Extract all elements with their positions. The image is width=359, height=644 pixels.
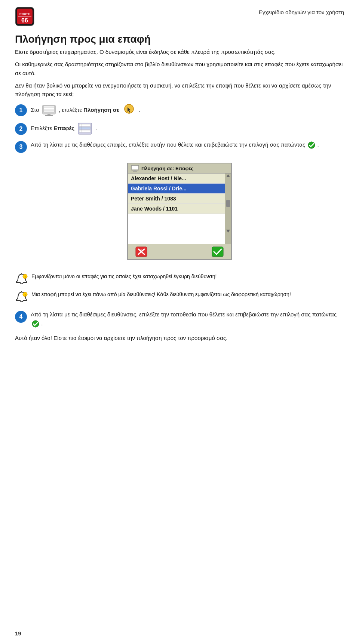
svg-rect-21	[132, 166, 138, 169]
route66-logo: ROUTE 66	[15, 7, 34, 26]
intro-para-1: Είστε δραστήριος επιχειρηματίας. Ο δυναμ…	[15, 47, 344, 56]
step2-text-before: Επιλέξτε	[31, 125, 53, 131]
svg-rect-23	[133, 171, 137, 172]
nav-list-area: Alexander Host / Nie... Gabriela Rossi /…	[128, 174, 225, 244]
step-3: 3 Από τη λίστα με τις διαθέσιμες επαφές,…	[15, 140, 344, 153]
nav-scrollbar	[225, 174, 231, 244]
step2-text-after: .	[95, 125, 97, 131]
step3-text: Από τη λίστα με τις διαθέσιμες επαφές, ε…	[31, 141, 305, 148]
svg-rect-3	[18, 16, 31, 16]
alert-1: ! Εμφανίζονται μόνο οι επαφές για τις οπ…	[15, 273, 344, 286]
page-header: ROUTE 66 Εγχειρίδιο οδηγιών για τον χρήσ…	[15, 7, 344, 26]
svg-text:66: 66	[21, 17, 28, 24]
step-2-content: Επιλέξτε Επαφές .	[31, 122, 344, 135]
step-1-circle: 1	[15, 104, 27, 116]
alert-2-text: Μια επαφή μπορεί να έχει πάνω από μία δι…	[31, 291, 291, 299]
step4-text-end: .	[41, 320, 43, 326]
nav-contact-4[interactable]: Jane Woods / 1101	[128, 204, 225, 214]
step-3-content: Από τη λίστα με τις διαθέσιμες επαφές, ε…	[31, 140, 344, 149]
alert-1-text: Εμφανίζονται μόνο οι επαφές για τις οποί…	[31, 273, 217, 281]
closing-para: Αυτό ήταν όλο! Είστε πια έτοιμοι να αρχί…	[15, 334, 344, 342]
scroll-thumb	[226, 200, 230, 207]
contacts-icon	[77, 122, 92, 135]
svg-rect-17	[79, 130, 90, 132]
scroll-up-arrow[interactable]	[226, 174, 230, 177]
cancel-button[interactable]	[135, 246, 147, 257]
svg-text:!: !	[25, 275, 26, 279]
step-3-circle: 3	[15, 141, 27, 153]
step-2: 2 Επιλέξτε Επαφές .	[15, 122, 344, 135]
nav-panel-body: Alexander Host / Nie... Gabriela Rossi /…	[128, 174, 231, 244]
nav-panel: Πλοήγηση σε: Επαφές Alexander Host / Nie…	[127, 163, 232, 260]
check-icon	[307, 141, 316, 149]
nav-contact-2[interactable]: Gabriela Rossi / Drie...	[128, 184, 225, 194]
nav-panel-container: Πλοήγηση σε: Επαφές Alexander Host / Nie…	[15, 157, 344, 266]
step-2-circle: 2	[15, 123, 27, 135]
navigate-icon	[122, 104, 136, 117]
step4-text: Από τη λίστα με τις διαθέσιμες διευθύνσε…	[31, 311, 337, 318]
step-4-circle: 4	[15, 311, 27, 323]
intro-para-2: Οι καθημερινές σας δραστηριότητες στηρίζ…	[15, 60, 344, 77]
step-1-content: Στο , επιλέξτε Πλοήγηση σε .	[31, 104, 344, 117]
step1-text-before: Στο	[31, 107, 41, 113]
intro-para-3: Δεν θα ήταν βολικό να μπορείτε να ενεργο…	[15, 81, 344, 99]
page-title: Πλοήγηση προς μια επαφή	[15, 33, 344, 45]
alert-2-icon: !	[15, 291, 28, 304]
confirm-button[interactable]	[212, 246, 224, 257]
step3-text-end: .	[317, 141, 319, 148]
alert-1-icon: !	[15, 273, 28, 286]
step1-text-after: .	[139, 107, 141, 113]
nav-panel-header-icon	[131, 165, 139, 172]
nav-panel-title-bold: Επαφές	[175, 166, 193, 171]
step-1: 1 Στο , επιλέξτε Πλοήγηση σε .	[15, 104, 344, 117]
header-divider	[15, 30, 344, 30]
svg-rect-22	[134, 170, 136, 171]
svg-rect-11	[45, 115, 53, 116]
step1-label-navigate-text: επιλέξτε	[62, 107, 83, 113]
scroll-down-arrow[interactable]	[226, 230, 230, 233]
nav-contact-1[interactable]: Alexander Host / Nie...	[128, 174, 225, 184]
step4-check-icon	[31, 320, 40, 328]
step1-bold-label2: Πλοήγηση σε	[83, 107, 119, 113]
page-number: 19	[15, 630, 21, 637]
main-menu-icon	[42, 105, 56, 116]
svg-point-27	[140, 249, 142, 251]
svg-rect-15	[79, 124, 90, 126]
alert-2: ! Μια επαφή μπορεί να έχει πάνω από μία …	[15, 291, 344, 304]
svg-rect-16	[79, 127, 90, 129]
svg-text:ROUTE: ROUTE	[19, 12, 30, 16]
header-title: Εγχειρίδιο οδηγιών για τον χρήστη	[259, 9, 344, 15]
nav-empty-space	[128, 214, 225, 244]
step-4: 4 Από τη λίστα με τις διαθέσιμες διευθύν…	[15, 310, 344, 328]
nav-panel-title: Πλοήγηση σε: Επαφές	[141, 166, 193, 171]
step2-bold-label1: Επαφές	[53, 125, 74, 131]
svg-text:!: !	[25, 293, 26, 297]
nav-panel-title-prefix: Πλοήγηση σε:	[141, 166, 175, 171]
step-4-content: Από τη λίστα με τις διαθέσιμες διευθύνσε…	[31, 310, 344, 328]
svg-rect-10	[47, 114, 50, 115]
nav-contact-3[interactable]: Peter Smith / 1083	[128, 194, 225, 204]
nav-panel-footer	[128, 244, 231, 259]
nav-panel-header: Πλοήγηση σε: Επαφές	[128, 163, 231, 174]
